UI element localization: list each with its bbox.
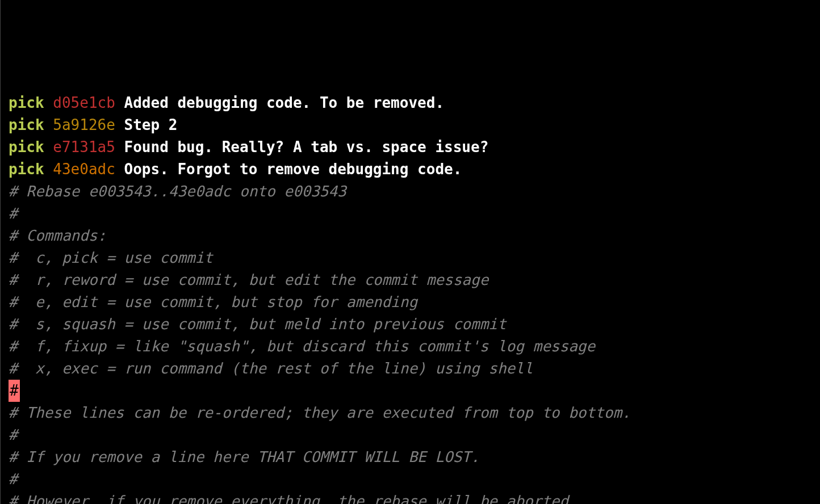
rebase-action[interactable]: pick <box>9 94 44 111</box>
comment-line: # <box>9 468 820 490</box>
command-help-pick: # c, pick = use commit <box>9 247 820 269</box>
comment-line: # <box>9 203 820 225</box>
command-help-reword: # r, reword = use commit, but edit the c… <box>9 269 820 291</box>
commit-hash: 43e0adc <box>53 161 115 178</box>
cursor-icon: # <box>9 380 20 402</box>
commands-header-comment: # Commands: <box>9 225 820 247</box>
commit-hash: e7131a5 <box>53 138 115 156</box>
command-help-squash: # s, squash = use commit, but meld into … <box>9 313 820 335</box>
comment-line: # <box>9 424 820 446</box>
note-abort: # However, if you remove everything, the… <box>9 490 820 504</box>
rebase-action[interactable]: pick <box>9 161 44 178</box>
commit-message[interactable]: Oops. Forgot to remove debugging code. <box>124 161 462 178</box>
command-help-fixup: # f, fixup = like "squash", but discard … <box>9 335 820 358</box>
commit-row[interactable]: pick 5a9126e Step 2 <box>9 114 820 136</box>
note-remove-lost: # If you remove a line here THAT COMMIT … <box>9 446 820 468</box>
commit-message[interactable]: Step 2 <box>124 116 178 133</box>
cursor-line[interactable]: # <box>9 380 820 402</box>
commit-hash: d05e1cb <box>53 94 115 111</box>
rebase-action[interactable]: pick <box>9 138 44 156</box>
commit-hash: 5a9126e <box>53 116 115 133</box>
commit-message[interactable]: Added debugging code. To be removed. <box>124 94 445 111</box>
command-help-edit: # e, edit = use commit, but stop for ame… <box>9 291 820 313</box>
rebase-action[interactable]: pick <box>9 116 44 133</box>
commit-row[interactable]: pick 43e0adc Oops. Forgot to remove debu… <box>9 158 820 180</box>
editor-viewport[interactable]: pick d05e1cb Added debugging code. To be… <box>9 92 820 504</box>
commit-row[interactable]: pick d05e1cb Added debugging code. To be… <box>9 92 820 114</box>
rebase-range-comment: # Rebase e003543..43e0adc onto e003543 <box>9 180 820 203</box>
commit-message[interactable]: Found bug. Really? A tab vs. space issue… <box>124 138 489 156</box>
command-help-exec: # x, exec = run command (the rest of the… <box>9 358 820 380</box>
commit-row[interactable]: pick e7131a5 Found bug. Really? A tab vs… <box>9 136 820 158</box>
note-reorder: # These lines can be re-ordered; they ar… <box>9 402 820 424</box>
